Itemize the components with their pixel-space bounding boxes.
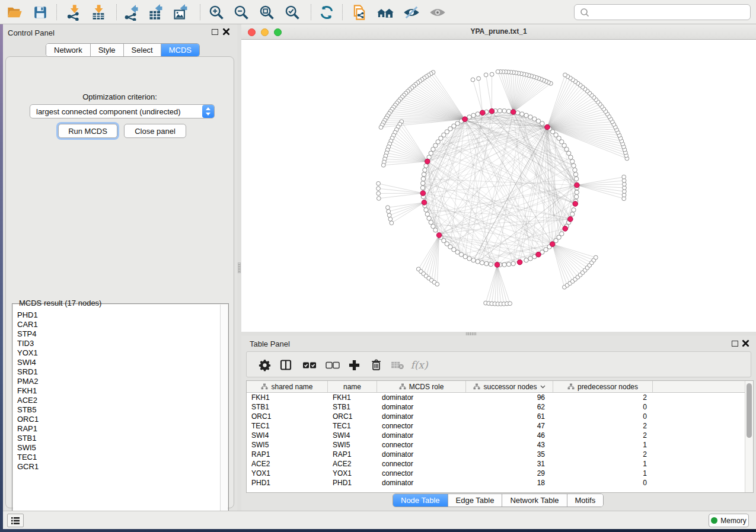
table-cell-successor_nodes[interactable]: 61: [466, 412, 553, 421]
table-scrollbar[interactable]: [745, 381, 753, 492]
mcds-result-list[interactable]: PHD1CAR1STP4TID3YOX1SWI4SRD1PMA2FKH1ACE2…: [13, 305, 220, 523]
table-cell-mcds_role[interactable]: connector: [377, 440, 466, 450]
zoom-in-button[interactable]: [206, 3, 227, 21]
mcds-result-item[interactable]: STP4: [17, 329, 220, 339]
mcds-result-item[interactable]: STB1: [17, 434, 220, 443]
table-cell-name[interactable]: ORC1: [328, 412, 377, 421]
tab-select[interactable]: Select: [124, 44, 161, 56]
first-neighbors-button[interactable]: [375, 3, 395, 21]
tab-style[interactable]: Style: [91, 44, 124, 56]
select-all-button[interactable]: [301, 357, 318, 373]
table-cell-successor_nodes[interactable]: 18: [466, 478, 553, 488]
table-cell-shared_name[interactable]: PHD1: [247, 478, 328, 488]
table-settings-button[interactable]: [256, 357, 273, 373]
table-cell-mcds_role[interactable]: dominator: [377, 412, 466, 421]
table-cell-shared_name[interactable]: YOX1: [247, 469, 328, 478]
table-cell-mcds_role[interactable]: dominator: [377, 402, 466, 412]
table-cell-name[interactable]: STB1: [328, 402, 377, 412]
table-row[interactable]: TEC1TEC1connector472: [247, 421, 745, 431]
tab-node-table[interactable]: Node Table: [393, 494, 448, 507]
mcds-result-item[interactable]: ACE2: [17, 396, 220, 405]
table-cell-shared_name[interactable]: FKH1: [247, 393, 328, 402]
table-row[interactable]: RAP1RAP1dominator352: [247, 450, 745, 459]
table-cell-predecessor_nodes[interactable]: 0: [553, 478, 653, 488]
run-mcds-button[interactable]: Run MCDS: [58, 124, 117, 138]
table-cell-successor_nodes[interactable]: 29: [466, 469, 553, 478]
show-panels-list-button[interactable]: [7, 514, 24, 527]
table-cell-shared_name[interactable]: TEC1: [247, 421, 328, 431]
table-row[interactable]: SWI5SWI5connector431: [247, 440, 745, 450]
table-cell-mcds_role[interactable]: connector: [377, 421, 466, 431]
column-header-shared-name[interactable]: shared name: [247, 381, 328, 392]
tab-mcds[interactable]: MCDS: [161, 44, 199, 56]
table-cell-predecessor_nodes[interactable]: 2: [553, 421, 653, 431]
table-cell-shared_name[interactable]: RAP1: [247, 450, 328, 459]
save-session-button[interactable]: [30, 3, 50, 21]
column-header-MCDS-role[interactable]: MCDS role: [377, 381, 466, 392]
table-cell-mcds_role[interactable]: dominator: [377, 450, 466, 459]
column-header-successor-nodes[interactable]: successor nodes: [466, 381, 553, 392]
tab-network[interactable]: Network: [46, 44, 91, 56]
table-cell-predecessor_nodes[interactable]: 2: [553, 450, 653, 459]
export-image-button[interactable]: [171, 3, 191, 21]
table-cell-predecessor_nodes[interactable]: 0: [553, 402, 653, 412]
table-cell-shared_name[interactable]: STB1: [247, 402, 328, 412]
mcds-list-scrollbar[interactable]: [220, 305, 228, 523]
open-file-button[interactable]: [5, 3, 25, 21]
delete-table-button[interactable]: [388, 357, 406, 373]
table-cell-shared_name[interactable]: ACE2: [247, 459, 328, 469]
table-cell-predecessor_nodes[interactable]: 2: [553, 393, 653, 402]
table-row[interactable]: STB1STB1dominator620: [247, 402, 745, 412]
mcds-result-item[interactable]: FKH1: [17, 386, 220, 396]
horizontal-splitter[interactable]: [241, 332, 756, 336]
search-input[interactable]: [592, 6, 750, 18]
show-all-button[interactable]: [428, 3, 448, 21]
table-cell-successor_nodes[interactable]: 47: [466, 421, 553, 431]
table-cell-successor_nodes[interactable]: 31: [466, 459, 553, 469]
table-cell-shared_name[interactable]: SWI5: [247, 440, 328, 450]
close-panel-icon[interactable]: [222, 28, 230, 36]
optimization-criterion-select[interactable]: largest connected component (undirected): [30, 104, 215, 118]
scrollbar-thumb[interactable]: [747, 383, 752, 438]
hide-selected-button[interactable]: [401, 3, 422, 21]
table-cell-name[interactable]: YOX1: [328, 469, 377, 478]
table-cell-shared_name[interactable]: ORC1: [247, 412, 328, 421]
zoom-selected-button[interactable]: [282, 3, 302, 21]
mcds-result-item[interactable]: SWI4: [17, 358, 220, 367]
table-row[interactable]: ORC1ORC1dominator610: [247, 412, 745, 421]
table-cell-mcds_role[interactable]: dominator: [377, 393, 466, 402]
import-table-button[interactable]: [88, 3, 109, 21]
table-cell-name[interactable]: ACE2: [328, 459, 377, 469]
mcds-result-item[interactable]: SRD1: [17, 367, 220, 377]
float-window-icon[interactable]: [732, 341, 738, 347]
export-network-button[interactable]: [122, 3, 142, 21]
close-panel-icon[interactable]: [742, 339, 749, 347]
zoom-out-button[interactable]: [231, 3, 251, 21]
table-cell-mcds_role[interactable]: connector: [377, 459, 466, 469]
table-row[interactable]: ACE2ACE2connector311: [247, 459, 745, 469]
table-cell-mcds_role[interactable]: connector: [377, 469, 466, 478]
duplicate-network-button[interactable]: [349, 3, 369, 21]
table-cell-successor_nodes[interactable]: 43: [466, 440, 553, 450]
close-panel-button[interactable]: Close panel: [124, 124, 186, 138]
table-cell-predecessor_nodes[interactable]: 2: [553, 431, 653, 440]
delete-row-button[interactable]: [367, 357, 385, 373]
zoom-fit-button[interactable]: [257, 3, 277, 21]
column-header-name[interactable]: name: [328, 381, 377, 392]
search-box[interactable]: [574, 4, 751, 20]
network-view-titlebar[interactable]: YPA_prune.txt_1: [241, 24, 756, 40]
mcds-result-item[interactable]: YOX1: [17, 348, 220, 358]
table-cell-successor_nodes[interactable]: 46: [466, 431, 553, 440]
column-header-predecessor-nodes[interactable]: predecessor nodes: [553, 381, 653, 392]
table-row[interactable]: FKH1FKH1dominator962: [247, 393, 745, 402]
table-cell-successor_nodes[interactable]: 62: [466, 402, 553, 412]
function-builder-button[interactable]: f(x): [410, 357, 428, 373]
vertical-splitter[interactable]: [237, 24, 241, 511]
mcds-result-item[interactable]: PMA2: [17, 377, 220, 386]
table-cell-predecessor_nodes[interactable]: 1: [553, 459, 653, 469]
mcds-result-item[interactable]: TID3: [17, 339, 220, 348]
float-window-icon[interactable]: [212, 29, 218, 35]
table-row[interactable]: SWI4SWI4dominator462: [247, 431, 745, 440]
mcds-result-item[interactable]: STB5: [17, 405, 220, 415]
table-cell-successor_nodes[interactable]: 35: [466, 450, 553, 459]
